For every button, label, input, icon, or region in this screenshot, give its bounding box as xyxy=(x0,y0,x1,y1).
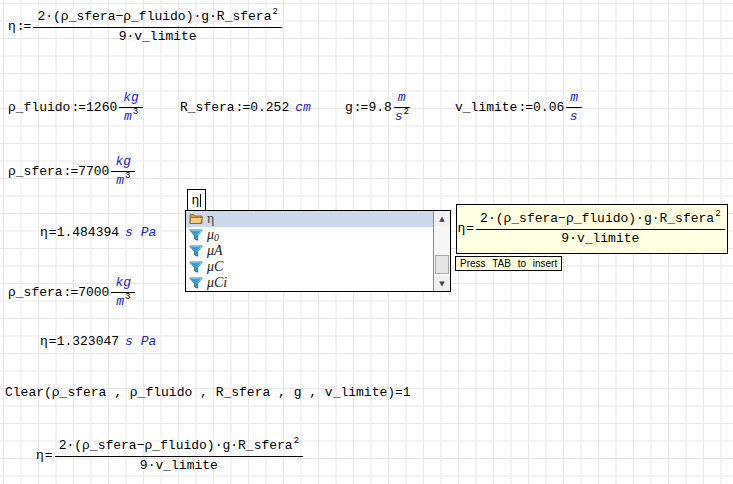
unit-denominator: s xyxy=(566,108,582,125)
region-eta-formula-bottom[interactable]: η= 2·(ρ_sfera−ρ_fluido)·g·R_sfera2 9·v_l… xyxy=(36,434,305,478)
preview-lhs: η xyxy=(457,222,465,236)
scroll-down-button[interactable]: ▼ xyxy=(434,276,450,291)
unit-numerator: m xyxy=(394,91,410,108)
unit-fraction: kg m3 xyxy=(111,276,135,310)
var-value: 7000 xyxy=(78,286,109,300)
equals-operator: = xyxy=(49,335,56,349)
autocomplete-item-muC[interactable]: μC xyxy=(186,259,433,275)
fraction-denominator: 9·v_limite xyxy=(476,230,724,246)
var-value: 9.8 xyxy=(368,101,391,115)
var-name: ρ_fluido xyxy=(8,101,70,115)
unit-numerator: kg xyxy=(119,91,143,108)
unit-fraction: kg m3 xyxy=(119,91,143,125)
assign-operator: := xyxy=(236,101,250,115)
autocomplete-item-muA[interactable]: μA xyxy=(186,243,433,259)
typed-text: η xyxy=(192,193,200,208)
unit-fraction: kg m3 xyxy=(111,155,135,189)
item-label: μA xyxy=(207,243,223,259)
equals-operator: = xyxy=(466,222,473,236)
result-units: s Pa xyxy=(125,226,156,240)
press-tab-hint-tooltip: Press TAB to insert xyxy=(455,256,562,271)
dropdown-scrollbar[interactable]: ▲ ▼ xyxy=(433,211,450,291)
eta-lhs: η xyxy=(36,449,44,463)
result-lhs: η xyxy=(40,226,48,240)
unit-denominator: m3 xyxy=(111,172,135,189)
equals-operator: = xyxy=(45,449,52,463)
autocomplete-item-eta[interactable]: η xyxy=(186,211,433,227)
var-value: 0.06 xyxy=(533,101,564,115)
unit-fraction: m s2 xyxy=(394,91,410,125)
result-units: s Pa xyxy=(125,335,156,349)
variable-folder-icon xyxy=(189,213,203,225)
result-value: 1.323047 xyxy=(57,335,119,349)
autocomplete-item-muCi[interactable]: μCi xyxy=(186,275,433,291)
equals-operator: = xyxy=(49,226,56,240)
fraction-numerator: 2·(ρ_sfera−ρ_fluido)·g·R_sfera2 xyxy=(33,10,281,28)
region-eta-result-1[interactable]: η=1.484394s Pa xyxy=(40,226,156,240)
unit-funnel-icon xyxy=(189,261,203,273)
assign-operator: := xyxy=(354,101,368,115)
unit-numerator: m xyxy=(566,91,582,108)
fraction-denominator: 9·v_limite xyxy=(55,457,303,473)
unit-denominator: m3 xyxy=(119,108,143,125)
var-name: v_limite xyxy=(455,101,517,115)
region-eta-definition[interactable]: η:= 2·(ρ_sfera−ρ_fluido)·g·R_sfera2 9·v_… xyxy=(8,5,284,49)
unit-label: cm xyxy=(295,101,311,115)
exponent: 2 xyxy=(272,7,277,17)
smath-worksheet-canvas[interactable]: { "colors": { "unit": "#2222cc", "grid":… xyxy=(0,0,733,484)
assign-operator: := xyxy=(64,165,78,179)
unit-numerator: kg xyxy=(111,155,135,172)
var-name: ρ_sfera xyxy=(8,165,63,179)
unit-numerator: kg xyxy=(111,276,135,293)
var-value: 1260 xyxy=(86,101,117,115)
var-name: ρ_sfera xyxy=(8,286,63,300)
region-rho-sfera-definition-1[interactable]: ρ_sfera:=7700 kg m3 xyxy=(8,150,137,194)
eta-def-lhs: η xyxy=(8,20,16,34)
region-rho-sfera-definition-2[interactable]: ρ_sfera:=7000 kg m3 xyxy=(8,271,137,315)
item-label: μCi xyxy=(207,275,227,291)
fraction-numerator: 2·(ρ_sfera−ρ_fluido)·g·R_sfera2 xyxy=(476,212,724,230)
region-r-sfera-definition[interactable]: R_sfera:=0.252cm xyxy=(180,86,311,130)
unit-fraction: m s xyxy=(566,91,582,125)
unit-denominator: s2 xyxy=(394,108,410,125)
var-value: 0.252 xyxy=(250,101,289,115)
region-rho-fluido-definition[interactable]: ρ_fluido:=1260 kg m3 xyxy=(8,86,145,130)
assign-operator: := xyxy=(518,101,532,115)
autocomplete-dropdown[interactable]: η μ0 μA μC xyxy=(185,210,451,292)
region-clear-function[interactable]: Clear(ρ_sfera , ρ_fluido , R_sfera , g ,… xyxy=(5,386,411,400)
fraction-denominator: 9·v_limite xyxy=(33,28,281,44)
result-value: 1.484394 xyxy=(57,226,119,240)
region-g-definition[interactable]: g:=9.8 m s2 xyxy=(345,86,412,130)
unit-denominator: m3 xyxy=(111,293,135,310)
eta-fraction: 2·(ρ_sfera−ρ_fluido)·g·R_sfera2 9·v_limi… xyxy=(55,439,303,473)
text-cursor xyxy=(200,194,201,207)
scrollbar-thumb[interactable] xyxy=(435,255,449,274)
var-value: 7700 xyxy=(78,165,109,179)
autocomplete-list: η μ0 μA μC xyxy=(186,211,433,291)
unit-funnel-icon xyxy=(189,277,203,289)
assign-operator: := xyxy=(17,20,31,34)
region-v-limite-definition[interactable]: v_limite:=0.06 m s xyxy=(455,86,584,130)
assign-operator: := xyxy=(71,101,85,115)
result-lhs: η xyxy=(40,335,48,349)
eta-def-fraction: 2·(ρ_sfera−ρ_fluido)·g·R_sfera2 9·v_limi… xyxy=(33,10,281,44)
item-label: η xyxy=(207,211,214,227)
unit-funnel-icon xyxy=(189,245,203,257)
region-eta-result-2[interactable]: η=1.323047s Pa xyxy=(40,335,156,349)
var-name: R_sfera xyxy=(180,101,235,115)
fraction-numerator: 2·(ρ_sfera−ρ_fluido)·g·R_sfera2 xyxy=(55,439,303,457)
assign-operator: := xyxy=(64,286,78,300)
clear-expression: Clear(ρ_sfera , ρ_fluido , R_sfera , g ,… xyxy=(5,386,411,400)
exponent: 2 xyxy=(294,436,299,446)
unit-funnel-icon xyxy=(189,229,203,241)
item-label: μ0 xyxy=(207,227,219,243)
autocomplete-preview-tooltip: η= 2·(ρ_sfera−ρ_fluido)·g·R_sfera2 9·v_l… xyxy=(456,204,728,254)
math-edit-box[interactable]: η xyxy=(187,189,206,211)
item-label: μC xyxy=(207,259,223,275)
autocomplete-item-mu0[interactable]: μ0 xyxy=(186,227,433,243)
scroll-up-button[interactable]: ▲ xyxy=(434,211,450,226)
var-name: g xyxy=(345,101,353,115)
preview-fraction: 2·(ρ_sfera−ρ_fluido)·g·R_sfera2 9·v_limi… xyxy=(476,212,724,246)
exponent: 2 xyxy=(715,209,720,219)
